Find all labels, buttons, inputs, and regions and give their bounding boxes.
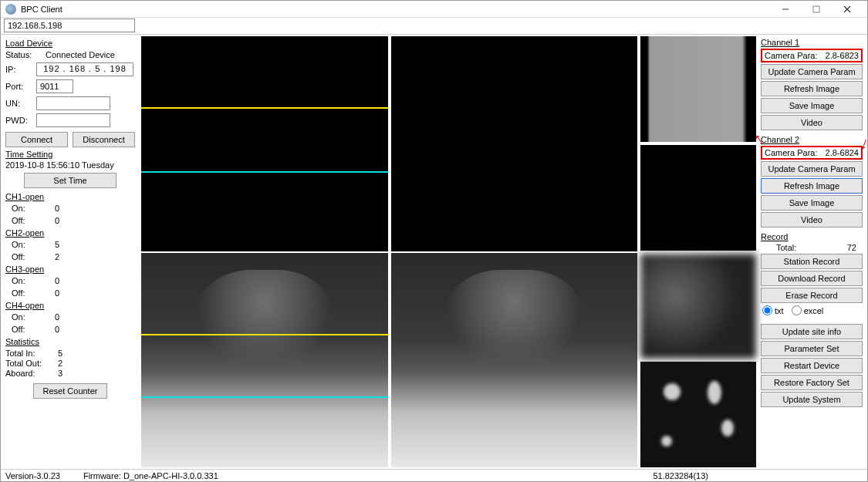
- window-titlebar: BPC Client: [1, 1, 867, 18]
- ch2-camera-para-box: Camera Para: 2.8-6824: [761, 146, 863, 160]
- ch3-off-label: Off:: [5, 288, 52, 298]
- ch4-title: CH4-open: [5, 301, 135, 310]
- ch2-title: CH2-open: [5, 228, 135, 238]
- ch2-on-label: On:: [5, 240, 52, 249]
- thumbnail-2: [640, 145, 756, 251]
- video-top-left: [141, 36, 388, 251]
- app-icon: [5, 4, 16, 15]
- version-text: Version-3.0.23: [5, 471, 60, 480]
- ch1-camera-para-box: Camera Para: 2.8-6823: [761, 49, 863, 62]
- download-record-button[interactable]: Download Record: [761, 271, 863, 286]
- ch4-off-label: Off:: [5, 325, 52, 334]
- username-input[interactable]: [36, 96, 110, 110]
- ch1-off-value: 0: [55, 216, 59, 225]
- firmware-text: Firmware: D_one-APC-HI-3.0.0.331: [83, 471, 218, 480]
- disconnect-button[interactable]: Disconnect: [73, 132, 135, 147]
- ch2-off-label: Off:: [5, 252, 52, 261]
- password-input[interactable]: [36, 113, 110, 127]
- video-bottom-left: [141, 253, 388, 468]
- channel-2-title: Channel 2: [761, 135, 863, 144]
- ch1-on-label: On:: [5, 204, 52, 213]
- ch3-off-value: 0: [55, 288, 59, 298]
- video-area: [140, 35, 758, 469]
- status-bar: Version-3.0.23 Firmware: D_one-APC-HI-3.…: [1, 469, 867, 481]
- stats-title: Statistics: [5, 337, 135, 346]
- coord-text: 51.823284(13): [653, 471, 708, 480]
- right-panel: Channel 1 Camera Para: 2.8-6823 Update C…: [758, 35, 867, 469]
- window-title: BPC Client: [21, 5, 62, 14]
- ch1-video-button[interactable]: Video: [761, 115, 863, 130]
- ch2-save-image-button[interactable]: Save Image: [761, 195, 863, 211]
- address-bar: [1, 18, 867, 35]
- connect-button[interactable]: Connect: [5, 132, 68, 147]
- total-in-value: 5: [58, 349, 62, 358]
- time-setting-title: Time Setting: [5, 150, 135, 159]
- thumbnail-4: [640, 362, 756, 467]
- update-system-button[interactable]: Update System: [761, 392, 863, 407]
- ch4-on-label: On:: [5, 312, 52, 322]
- record-title: Record: [761, 232, 863, 241]
- ch4-off-value: 0: [55, 325, 59, 334]
- status-value: Connected Device: [46, 50, 115, 59]
- left-panel: Load Device Status:Connected Device IP:1…: [1, 35, 140, 469]
- radio-excel[interactable]: excel: [792, 305, 824, 315]
- window-close[interactable]: [832, 2, 863, 17]
- record-total-label: Total:: [776, 243, 796, 252]
- ch1-save-image-button[interactable]: Save Image: [761, 98, 863, 113]
- parameter-set-button[interactable]: Parameter Set: [761, 341, 863, 356]
- thumbnail-1: [640, 36, 756, 142]
- ch2-on-value: 5: [55, 240, 59, 249]
- ch1-off-label: Off:: [5, 216, 52, 225]
- window-maximize[interactable]: [801, 2, 832, 17]
- ch1-para-label: Camera Para:: [765, 51, 817, 60]
- restart-device-button[interactable]: Restart Device: [761, 358, 863, 373]
- ch3-title: CH3-open: [5, 265, 135, 274]
- total-out-label: Total Out:: [5, 359, 55, 368]
- ch2-refresh-image-button[interactable]: Refresh Image: [761, 178, 863, 194]
- ch3-on-value: 0: [55, 276, 59, 285]
- address-input[interactable]: [4, 19, 135, 32]
- station-record-button[interactable]: Station Record: [761, 254, 863, 269]
- ch2-video-button[interactable]: Video: [761, 212, 863, 228]
- ip-input[interactable]: 192 . 168 . 5 . 198: [36, 62, 133, 76]
- reset-counter-button[interactable]: Reset Counter: [33, 383, 107, 399]
- restore-factory-set-button[interactable]: Restore Factory Set: [761, 375, 863, 390]
- channel-1-title: Channel 1: [761, 38, 863, 47]
- total-in-label: Total In:: [5, 349, 55, 358]
- ch1-para-value: 2.8-6823: [826, 51, 859, 60]
- aboard-value: 3: [58, 369, 62, 378]
- port-input[interactable]: [36, 79, 73, 93]
- erase-record-button[interactable]: Erase Record: [761, 288, 863, 303]
- radio-txt[interactable]: txt: [762, 305, 784, 315]
- ch2-para-label: Camera Para:: [765, 148, 817, 157]
- ch2-para-value: 2.8-6824: [826, 148, 859, 157]
- pwd-label: PWD:: [5, 116, 33, 125]
- update-site-info-button[interactable]: Update site info: [761, 324, 863, 339]
- video-top-right: [391, 36, 638, 251]
- total-out-value: 2: [58, 359, 62, 368]
- svg-rect-1: [813, 6, 819, 12]
- load-device-title: Load Device: [5, 39, 135, 48]
- status-label: Status:: [5, 50, 33, 59]
- ch3-on-label: On:: [5, 276, 52, 285]
- thumbnail-column: [640, 36, 756, 467]
- datetime-text: 2019-10-8 15:56:10 Tuesday: [5, 160, 135, 170]
- record-total-value: 72: [847, 243, 856, 252]
- ch1-update-param-button[interactable]: Update Camera Param: [761, 64, 863, 79]
- thumbnail-3: [640, 254, 756, 359]
- un-label: UN:: [5, 99, 33, 108]
- video-bottom-right: [391, 253, 638, 468]
- ch2-update-param-button[interactable]: Update Camera Param: [761, 161, 863, 177]
- ch4-on-value: 0: [55, 312, 59, 322]
- set-time-button[interactable]: Set Time: [24, 173, 117, 188]
- ip-label: IP:: [5, 65, 33, 74]
- ch1-on-value: 0: [55, 204, 59, 213]
- port-label: Port:: [5, 82, 33, 91]
- ch1-title: CH1-open: [5, 192, 135, 201]
- window-minimize[interactable]: [770, 2, 801, 17]
- ch1-refresh-image-button[interactable]: Refresh Image: [761, 81, 863, 96]
- ch2-off-value: 2: [55, 252, 59, 261]
- aboard-label: Aboard:: [5, 369, 55, 378]
